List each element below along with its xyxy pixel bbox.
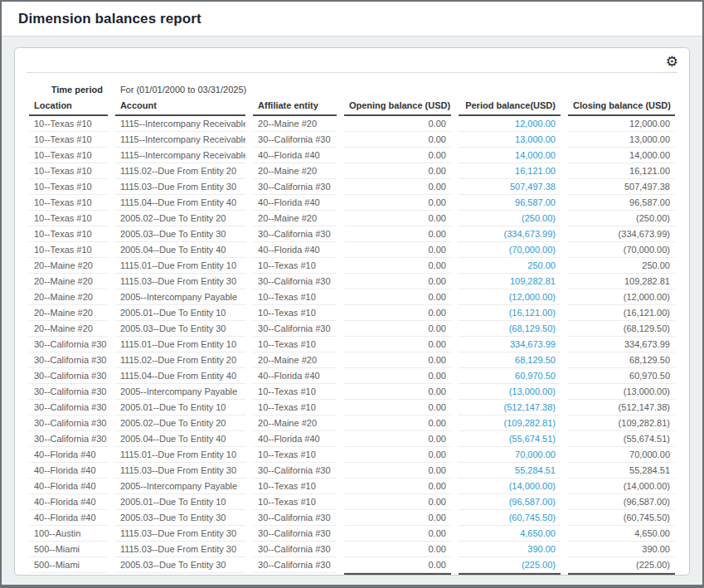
affiliate-entity-cell: 40--Florida #40	[253, 195, 337, 211]
period-balance-link[interactable]: (13,000.00)	[459, 384, 561, 400]
period-balance-link[interactable]: (12,000.00)	[459, 289, 561, 305]
column-header-row: Location Account Affiliate entity Openin…	[29, 98, 675, 116]
period-balance-link[interactable]: (55,674.51)	[459, 431, 561, 447]
opening-balance-cell: 0.00	[344, 400, 451, 415]
account-cell: 1115.04--Due From Entity 40	[115, 195, 245, 211]
account-cell: 2005.02--Due To Entity 20	[115, 211, 245, 226]
account-cell: 1115.03--Due From Entity 30	[115, 463, 245, 479]
period-balance-link[interactable]: (68,129.50)	[459, 321, 561, 337]
opening-balance-cell: 0.00	[344, 368, 451, 384]
period-balance-link[interactable]: (70,000.00)	[459, 242, 561, 258]
affiliate-entity-cell: 20--Maine #20	[253, 415, 337, 431]
location-cell: 40--Florida #40	[29, 510, 108, 526]
affiliate-entity-cell: 10--Texas #10	[253, 258, 337, 274]
closing-balance-cell: 334,673.99	[568, 337, 675, 352]
closing-balance-cell: (334,673.99)	[568, 226, 675, 242]
opening-balance-cell: 0.00	[344, 116, 451, 132]
affiliate-entity-cell: 10--Texas #10	[253, 289, 337, 305]
period-balance-link[interactable]: 55,284.51	[459, 463, 561, 479]
opening-balance-cell: 0.00	[344, 542, 451, 557]
affiliate-entity-cell: 20--Maine #20	[253, 211, 337, 226]
closing-balance-cell: 16,121.00	[568, 163, 675, 179]
account-cell: 2005.04--Due To Entity 40	[115, 431, 245, 447]
account-cell: 1115.04--Due From Entity 40	[115, 368, 245, 384]
table-row: 10--Texas #10 1115.03--Due From Entity 3…	[29, 179, 675, 195]
affiliate-entity-cell: 30--California #30	[253, 557, 337, 573]
affiliate-entity-cell: 20--Maine #20	[253, 163, 337, 179]
column-header-affiliate-entity: Affiliate entity	[253, 98, 337, 116]
period-balance-link[interactable]: 68,129.50	[459, 352, 561, 368]
table-row: 10--Texas #10 1115--Intercompany Receiva…	[29, 116, 675, 132]
period-balance-link[interactable]: 16,121.00	[459, 163, 561, 179]
closing-balance-cell: (96,587.00)	[568, 494, 675, 510]
period-balance-link[interactable]: (14,000.00)	[459, 479, 561, 494]
period-balance-link[interactable]: (250.00)	[459, 211, 561, 226]
period-balance-link[interactable]: (225.00)	[459, 557, 561, 573]
opening-balance-cell: 0.00	[344, 242, 451, 258]
table-row: 20--Maine #20 2005--Intercompany Payable…	[29, 289, 675, 305]
affiliate-entity-cell: 30--California #30	[253, 463, 337, 479]
affiliate-entity-cell: 20--Maine #20	[253, 352, 337, 368]
period-balance-link[interactable]: 60,970.50	[459, 368, 561, 384]
account-cell: 2005.04--Due To Entity 40	[115, 242, 245, 258]
closing-balance-cell: 4,650.00	[568, 526, 675, 542]
affiliate-entity-cell: 10--Texas #10	[253, 447, 337, 463]
opening-balance-cell: 0.00	[344, 179, 451, 195]
account-cell: 2005.03--Due To Entity 30	[115, 226, 245, 242]
period-balance-link[interactable]: (60,745.50)	[459, 510, 561, 526]
table-row: 30--California #30 2005.01--Due To Entit…	[29, 400, 675, 415]
period-balance-link[interactable]: (109,282.81)	[459, 415, 561, 431]
period-balance-link[interactable]: 4,650.00	[459, 526, 561, 542]
table-row: 20--Maine #20 1115.03--Due From Entity 3…	[29, 274, 675, 289]
grand-total-row: Grand total 0.00 0.00 0.00	[29, 573, 675, 576]
location-cell: 20--Maine #20	[29, 274, 108, 289]
account-cell: 2005--Intercompany Payable	[115, 479, 245, 494]
account-cell: 1115--Intercompany Receivable	[115, 148, 245, 163]
period-balance-link[interactable]: 334,673.99	[459, 337, 561, 352]
period-balance-link[interactable]: (96,587.00)	[459, 494, 561, 510]
location-cell: 10--Texas #10	[29, 132, 108, 148]
table-row: 20--Maine #20 2005.01--Due To Entity 10 …	[29, 305, 675, 321]
table-row: 40--Florida #40 2005.01--Due To Entity 1…	[29, 494, 675, 510]
table-row: 10--Texas #10 1115.02--Due From Entity 2…	[29, 163, 675, 179]
account-cell: 2005.03--Due To Entity 30	[115, 510, 245, 526]
affiliate-entity-cell: 40--Florida #40	[253, 148, 337, 163]
period-balance-link[interactable]: 12,000.00	[459, 116, 561, 132]
period-balance-link[interactable]: 70,000.00	[459, 447, 561, 463]
column-header-period-balance: Period balance(USD)	[459, 98, 561, 116]
period-balance-link[interactable]: 109,282.81	[459, 274, 561, 289]
account-cell: 1115.03--Due From Entity 30	[115, 179, 245, 195]
period-balance-link[interactable]: 250.00	[459, 258, 561, 274]
location-cell: 500--Miami	[29, 557, 108, 573]
location-cell: 10--Texas #10	[29, 179, 108, 195]
closing-balance-cell: (13,000.00)	[568, 384, 675, 400]
table-row: 30--California #30 1115.01--Due From Ent…	[29, 337, 675, 352]
opening-balance-cell: 0.00	[344, 321, 451, 337]
affiliate-entity-cell: 30--California #30	[253, 510, 337, 526]
location-cell: 30--California #30	[29, 368, 108, 384]
affiliate-entity-cell: 40--Florida #40	[253, 431, 337, 447]
period-balance-link[interactable]: 390.00	[459, 542, 561, 557]
account-cell: 2005.02--Due To Entity 20	[115, 415, 245, 431]
closing-balance-cell: 55,284.51	[568, 463, 675, 479]
account-cell: 1115.03--Due From Entity 30	[115, 542, 245, 557]
grand-total-label: Grand total	[29, 573, 108, 576]
account-cell: 1115.03--Due From Entity 30	[115, 526, 245, 542]
affiliate-entity-cell: 10--Texas #10	[253, 479, 337, 494]
period-balance-link[interactable]: (16,121.00)	[459, 305, 561, 321]
account-cell: 1115.02--Due From Entity 20	[115, 352, 245, 368]
opening-balance-cell: 0.00	[344, 337, 451, 352]
settings-gear-icon[interactable]: ⚙	[666, 55, 678, 69]
period-balance-link[interactable]: 13,000.00	[459, 132, 561, 148]
closing-balance-cell: (60,745.50)	[568, 510, 675, 526]
account-cell: 1115--Intercompany Receivable	[115, 116, 245, 132]
period-balance-link[interactable]: (334,673.99)	[459, 226, 561, 242]
closing-balance-cell: (55,674.51)	[568, 431, 675, 447]
location-cell: 20--Maine #20	[29, 289, 108, 305]
period-balance-link[interactable]: 14,000.00	[459, 148, 561, 163]
period-balance-link[interactable]: 507,497.38	[459, 179, 561, 195]
table-row: 10--Texas #10 2005.03--Due To Entity 30 …	[29, 226, 675, 242]
period-balance-link[interactable]: 96,587.00	[459, 195, 561, 211]
closing-balance-cell: 68,129.50	[568, 352, 675, 368]
period-balance-link[interactable]: (512,147.38)	[459, 400, 561, 415]
